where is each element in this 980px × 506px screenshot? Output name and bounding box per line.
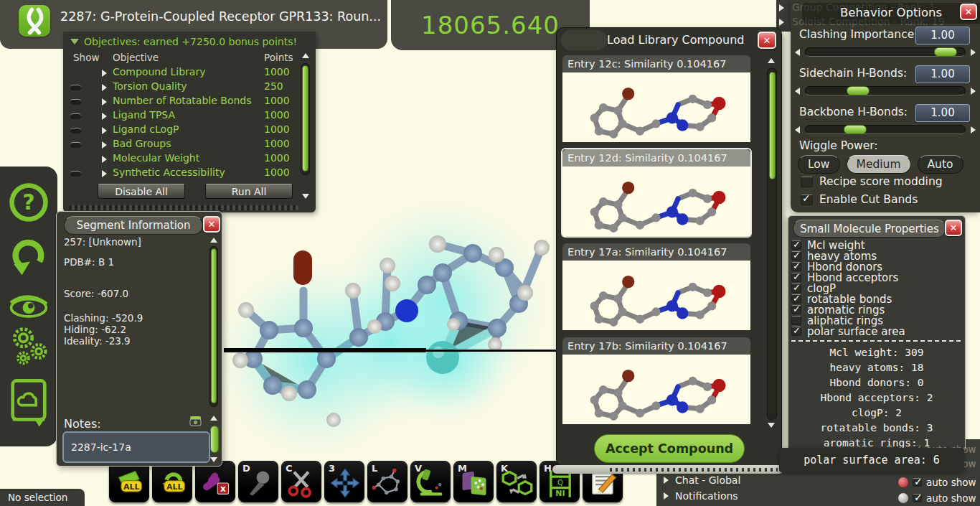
checkbox[interactable]	[791, 294, 801, 304]
checkbox[interactable]	[791, 240, 801, 250]
objective-row[interactable]: Synthetic Accessibility 1000	[63, 167, 298, 181]
puzzle-ribbon-icon[interactable]	[19, 5, 50, 37]
toolbar-rotamer-button[interactable]: K	[496, 461, 537, 502]
checkbox[interactable]	[791, 251, 801, 261]
objective-show-toggle[interactable]	[70, 171, 81, 177]
expand-arrow-icon[interactable]	[102, 98, 107, 106]
disable-all-button[interactable]: Disable All	[98, 184, 185, 199]
toolbar-cut-button[interactable]: C	[281, 461, 321, 502]
checkbox[interactable]	[791, 327, 801, 336]
close-icon[interactable]: ✕	[203, 216, 220, 233]
objective-row[interactable]: Compound Library 1000	[63, 66, 298, 80]
library-entry[interactable]: Entry 12d: Similarity 0.104167	[562, 149, 750, 236]
scroll-down-icon[interactable]	[302, 194, 309, 199]
objective-show-toggle[interactable]	[70, 128, 81, 133]
checkbox[interactable]	[801, 177, 813, 187]
expand-arrow-icon[interactable]	[102, 170, 107, 177]
objective-row[interactable]: Ligand cLogP 1000	[63, 123, 298, 138]
expand-arrow-icon[interactable]	[779, 4, 784, 11]
objective-show-toggle[interactable]	[70, 85, 81, 90]
checkbox[interactable]	[791, 273, 801, 282]
scroll-up-icon[interactable]	[768, 58, 775, 63]
behavior-checkbox-row[interactable]: Enable Cut Bands	[801, 193, 918, 206]
objective-show-toggle[interactable]	[70, 113, 81, 119]
collapse-triangle-icon[interactable]	[70, 39, 79, 44]
notes-save-icon[interactable]	[189, 416, 202, 429]
library-entry-label[interactable]: Entry 17b: Similarity 0.104167	[562, 337, 750, 355]
expand-arrow-icon[interactable]	[102, 141, 107, 149]
toolbar-bands-all-button[interactable]: ALL	[109, 461, 149, 502]
auto-show-checkbox[interactable]	[913, 494, 922, 502]
close-icon[interactable]: ✕	[758, 32, 776, 49]
objective-row[interactable]: Molecular Weight 1000	[63, 152, 298, 167]
segment-panel-title[interactable]: Segment Information	[64, 216, 203, 235]
objective-row[interactable]: Number of Rotatable Bonds 1000	[63, 95, 298, 109]
cookbook-icon[interactable]	[10, 378, 53, 430]
library-entry-label[interactable]: Entry 12d: Similarity 0.104167	[562, 149, 750, 167]
library-entry-label[interactable]: Entry 17a: Similarity 0.104167	[562, 243, 750, 261]
objectives-scrollbar[interactable]	[301, 63, 310, 175]
chat-global-row[interactable]: Chat - Global	[664, 474, 740, 486]
expand-arrow-icon[interactable]	[102, 113, 107, 120]
expand-arrow-icon[interactable]	[664, 477, 669, 484]
expand-arrow-icon[interactable]	[779, 19, 784, 26]
checkbox[interactable]	[791, 305, 801, 314]
property-checkbox-row[interactable]: polar surface area	[788, 327, 965, 337]
expand-arrow-icon[interactable]	[664, 492, 669, 500]
auto-show-row[interactable]: auto show	[898, 477, 976, 488]
behavior-checkbox-row[interactable]: Recipe score modding	[801, 175, 943, 188]
notes-scroll-down-icon[interactable]	[210, 457, 217, 462]
segment-scrollbar[interactable]	[209, 246, 218, 407]
molecule-3d-view[interactable]	[212, 205, 578, 463]
auto-show-row[interactable]: auto show	[898, 492, 976, 504]
horizontal-scrollbar[interactable]	[552, 465, 783, 474]
toolbar-wireframe-button[interactable]: L	[367, 461, 407, 502]
notifications-row[interactable]: Notifications	[664, 490, 738, 502]
objective-row[interactable]: Ligand TPSA 1000	[63, 109, 298, 123]
checkbox[interactable]	[791, 284, 801, 293]
notes-scroll-thumb[interactable]	[210, 426, 219, 453]
checkbox[interactable]	[801, 195, 813, 205]
scroll-down-icon[interactable]	[768, 423, 775, 428]
toolbar-remove-bands-button[interactable]: x	[195, 461, 235, 502]
toolbar-microscope-button[interactable]: V	[410, 461, 451, 502]
close-icon[interactable]: ✕	[945, 220, 962, 236]
toolbar-undo-all-button[interactable]: ALL	[152, 461, 192, 502]
objective-row[interactable]: Bad Groups 1000	[63, 138, 298, 152]
panel-drag-tab[interactable]	[561, 30, 607, 50]
help-icon[interactable]: ?	[7, 181, 50, 227]
expand-arrow-icon[interactable]	[102, 70, 107, 77]
run-all-button[interactable]: Run All	[205, 184, 293, 199]
scroll-up-icon[interactable]	[210, 238, 217, 243]
library-scrollbar[interactable]	[767, 68, 777, 420]
cut-band-line[interactable]	[224, 348, 426, 352]
notes-input[interactable]	[62, 431, 210, 463]
scroll-up-icon[interactable]	[302, 53, 309, 58]
library-entry-label[interactable]: Entry 12c: Similarity 0.104167	[562, 55, 750, 72]
expand-arrow-icon[interactable]	[102, 127, 107, 134]
objective-show-toggle[interactable]	[70, 142, 81, 148]
objective-row[interactable]: Torsion Quality 250	[63, 80, 298, 95]
auto-show-checkbox[interactable]	[913, 478, 922, 487]
toolbar-move-button[interactable]: 3	[324, 461, 364, 502]
library-entry[interactable]: Entry 17a: Similarity 0.104167	[562, 243, 750, 330]
toolbar-design-panel-button[interactable]: M	[453, 461, 494, 502]
expand-arrow-icon[interactable]	[102, 84, 107, 91]
scroll-thumb[interactable]	[769, 72, 776, 179]
objectives-header[interactable]: Objectives: earned +7250.0 bonus points!	[70, 36, 297, 47]
properties-panel-title[interactable]: Small Molecule Properties	[793, 220, 946, 238]
library-entry[interactable]: Entry 12c: Similarity 0.104167	[562, 55, 750, 142]
notes-scroll-up-icon[interactable]	[210, 416, 217, 421]
checkbox[interactable]	[791, 262, 801, 271]
view-icon[interactable]	[7, 290, 50, 323]
behavior-gears-icon[interactable]	[7, 324, 50, 370]
checkbox[interactable]	[791, 316, 801, 325]
toolbar-pull-button[interactable]: D	[238, 461, 278, 502]
objective-show-toggle[interactable]	[70, 99, 81, 105]
scroll-thumb[interactable]	[302, 65, 308, 172]
library-entry[interactable]: Entry 17b: Similarity 0.104167	[562, 337, 750, 424]
scroll-thumb[interactable]	[211, 248, 217, 403]
library-panel-title[interactable]: Load Library Compound	[607, 33, 736, 47]
expand-arrow-icon[interactable]	[102, 156, 107, 163]
panel-resize-grip[interactable]	[69, 205, 298, 210]
